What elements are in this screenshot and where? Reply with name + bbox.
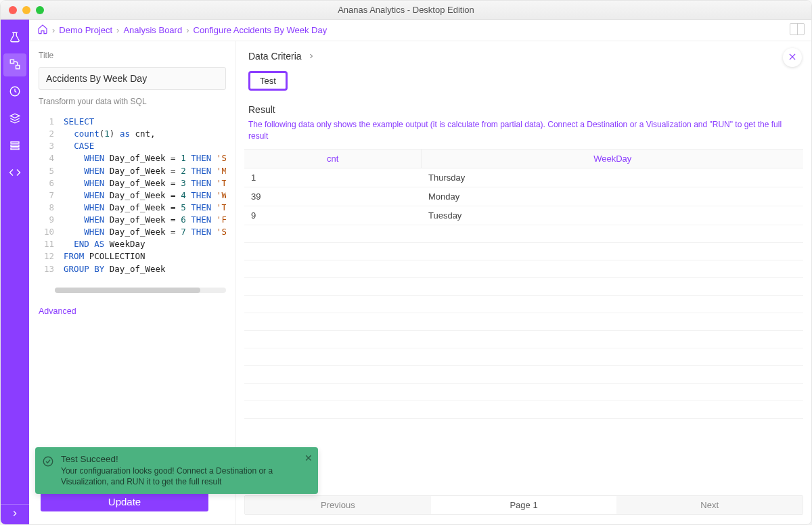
result-note: The following data only shows the exampl… — [236, 119, 811, 149]
sql-label: Transform your data with SQL — [39, 97, 226, 106]
window-title: Ananas Analytics - Desktop Edition — [1, 5, 811, 15]
toast-close-button[interactable]: ✕ — [304, 453, 313, 463]
breadcrumb: › Demo Project › Analysis Board › Config… — [29, 20, 811, 41]
table-row — [244, 348, 803, 365]
sidebar-collapse-button[interactable] — [1, 504, 29, 524]
table-row — [244, 330, 803, 348]
update-button[interactable]: Update — [41, 491, 208, 511]
sidebar-item-schedule[interactable] — [3, 81, 26, 104]
sql-editor[interactable]: 12345678910111213 SELECT count(1) as cnt… — [39, 113, 226, 278]
table-row — [244, 295, 803, 313]
toast-title: Test Succeed! — [61, 454, 298, 464]
result-heading: Result — [236, 97, 811, 119]
breadcrumb-item-current[interactable]: Configure Accidents By Week Day — [194, 25, 328, 35]
traffic-lights — [1, 6, 44, 14]
gutter: 12345678910111213 — [39, 113, 60, 278]
close-preview-button[interactable] — [783, 48, 802, 67]
preview-pane: Data Criteria Test Result The following … — [235, 41, 811, 524]
horizontal-scrollbar[interactable] — [55, 288, 226, 293]
table-row — [244, 401, 803, 418]
advanced-link[interactable]: Advanced — [39, 306, 226, 316]
panel-toggle-icon[interactable] — [790, 23, 805, 35]
result-table: cntWeekDay1Thursday39Monday9Tuesday — [244, 150, 803, 419]
sidebar-item-code[interactable] — [3, 162, 26, 185]
table-row — [244, 383, 803, 401]
beaker-icon — [9, 31, 21, 45]
result-table-wrap[interactable]: cntWeekDay1Thursday39Monday9Tuesday — [244, 149, 803, 490]
table-row: 1Thursday — [244, 168, 803, 187]
titlebar: Ananas Analytics - Desktop Edition — [1, 1, 811, 20]
data-criteria-label: Data Criteria — [248, 51, 302, 62]
column-header[interactable]: cnt — [244, 150, 422, 168]
table-row — [244, 365, 803, 383]
table-row — [244, 260, 803, 277]
flow-icon — [9, 58, 21, 72]
svg-point-6 — [43, 457, 53, 466]
breadcrumb-sep: › — [52, 25, 55, 35]
svg-rect-5 — [11, 147, 19, 149]
step-title-input[interactable] — [39, 67, 226, 90]
minimize-window-button[interactable] — [22, 6, 30, 14]
svg-rect-0 — [10, 60, 14, 63]
breadcrumb-sep: › — [116, 25, 119, 35]
check-circle-icon — [42, 455, 54, 467]
svg-rect-3 — [11, 141, 19, 143]
home-icon[interactable] — [37, 24, 48, 37]
breadcrumb-sep: › — [186, 25, 189, 35]
close-icon — [788, 52, 797, 64]
sidebar-item-jobs[interactable] — [3, 108, 26, 131]
code-lines[interactable]: SELECT count(1) as cnt, CASE WHEN Day_of… — [60, 113, 226, 278]
pager: Previous Page 1 Next — [244, 495, 803, 515]
close-window-button[interactable] — [9, 6, 17, 14]
table-row — [244, 313, 803, 330]
sidebar-item-board[interactable] — [3, 53, 26, 76]
table-row — [244, 225, 803, 242]
table-row: 9Tuesday — [244, 206, 803, 225]
chevron-right-icon — [10, 509, 20, 520]
clock-icon — [9, 85, 21, 99]
breadcrumb-item-board[interactable]: Analysis Board — [123, 25, 182, 35]
layers-icon — [9, 112, 21, 127]
column-header[interactable]: WeekDay — [422, 150, 803, 168]
sidebar — [1, 20, 29, 524]
sidebar-item-project[interactable] — [3, 26, 26, 49]
toast-description: Your configuaration looks good! Connect … — [61, 465, 298, 487]
test-button[interactable]: Test — [248, 71, 288, 91]
svg-rect-4 — [11, 145, 19, 146]
pager-page-label: Page 1 — [431, 496, 617, 514]
app-window: Ananas Analytics - Desktop Edition — [0, 0, 812, 525]
chevron-right-icon — [307, 52, 315, 60]
table-row — [244, 242, 803, 260]
svg-rect-1 — [16, 65, 20, 68]
breadcrumb-item-project[interactable]: Demo Project — [59, 25, 112, 35]
list-icon — [9, 139, 21, 154]
table-row: 39Monday — [244, 187, 803, 206]
pager-prev-button[interactable]: Previous — [245, 496, 431, 514]
code-icon — [9, 166, 21, 181]
pager-next-button[interactable]: Next — [616, 496, 803, 514]
success-toast: Test Succeed! Your configuaration looks … — [35, 447, 318, 494]
table-row — [244, 277, 803, 295]
data-criteria-header[interactable]: Data Criteria — [236, 41, 811, 68]
sidebar-item-variables[interactable] — [3, 135, 26, 158]
zoom-window-button[interactable] — [36, 6, 44, 14]
title-label: Title — [39, 51, 226, 60]
